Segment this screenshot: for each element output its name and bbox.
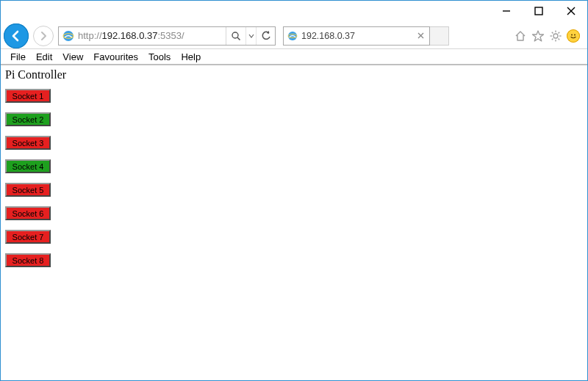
tab-title: 192.168.0.37 (301, 31, 412, 41)
svg-line-17 (552, 32, 553, 33)
feedback-smiley-icon[interactable] (567, 29, 580, 43)
settings-icon[interactable] (549, 29, 562, 43)
url-host: 192.168.0.37 (102, 30, 158, 41)
tab-close-button[interactable] (415, 30, 426, 42)
svg-point-22 (574, 34, 576, 35)
tab-active[interactable]: 192.168.0.37 (283, 26, 430, 46)
socket-button-4[interactable]: Socket 4 (5, 159, 51, 173)
svg-line-7 (237, 37, 240, 40)
menu-favourites[interactable]: Favourites (88, 50, 143, 64)
menu-help[interactable]: Help (176, 50, 206, 64)
ie-logo-icon (62, 29, 75, 43)
tab-strip: 192.168.0.37 (283, 26, 452, 46)
menu-view[interactable]: View (57, 50, 88, 64)
url-suffix: :5353/ (157, 30, 184, 41)
window-maximize-button[interactable] (523, 1, 555, 21)
search-button[interactable] (226, 27, 245, 45)
page-content: Pi Controller Socket 1Socket 2Socket 3So… (1, 65, 587, 380)
forward-button[interactable] (33, 26, 54, 46)
navigation-toolbar: http://192.168.0.37:5353/ 192.168.0.3 (1, 23, 587, 49)
menu-edit[interactable]: Edit (31, 50, 57, 64)
socket-button-6[interactable]: Socket 6 (5, 206, 51, 220)
svg-line-18 (559, 38, 560, 40)
socket-button-1[interactable]: Socket 1 (5, 89, 51, 103)
search-dropdown[interactable] (245, 27, 256, 45)
window-titlebar (1, 1, 587, 23)
menu-tools[interactable]: Tools (143, 50, 176, 64)
window-close-button[interactable] (555, 1, 587, 21)
socket-button-7[interactable]: Socket 7 (5, 230, 51, 244)
home-icon[interactable] (514, 29, 527, 43)
svg-point-12 (553, 34, 558, 38)
svg-rect-1 (535, 7, 542, 15)
favorites-icon[interactable] (531, 29, 545, 43)
socket-button-3[interactable]: Socket 3 (5, 136, 51, 150)
ie-page-icon (287, 30, 298, 42)
svg-point-21 (571, 34, 573, 35)
address-bar[interactable]: http://192.168.0.37:5353/ (58, 26, 276, 46)
address-bar-url: http://192.168.0.37:5353/ (78, 30, 226, 41)
refresh-button[interactable] (256, 27, 275, 45)
socket-button-list: Socket 1Socket 2Socket 3Socket 4Socket 5… (5, 86, 583, 267)
svg-line-20 (559, 32, 560, 33)
socket-button-5[interactable]: Socket 5 (5, 183, 51, 197)
svg-point-6 (232, 32, 238, 38)
address-bar-tools (226, 27, 275, 45)
page-title: Pi Controller (5, 68, 583, 81)
window-minimize-button[interactable] (490, 1, 523, 21)
svg-line-19 (552, 38, 553, 40)
socket-button-8[interactable]: Socket 8 (5, 253, 51, 267)
menu-bar: File Edit View Favourites Tools Help (1, 49, 587, 65)
back-button[interactable] (4, 23, 29, 48)
browser-window: http://192.168.0.37:5353/ 192.168.0.3 (0, 0, 588, 381)
menu-file[interactable]: File (5, 50, 31, 64)
url-prefix: http:// (78, 30, 102, 41)
toolbar-icons (514, 29, 583, 43)
new-tab-button[interactable] (430, 26, 449, 46)
socket-button-2[interactable]: Socket 2 (5, 112, 51, 126)
